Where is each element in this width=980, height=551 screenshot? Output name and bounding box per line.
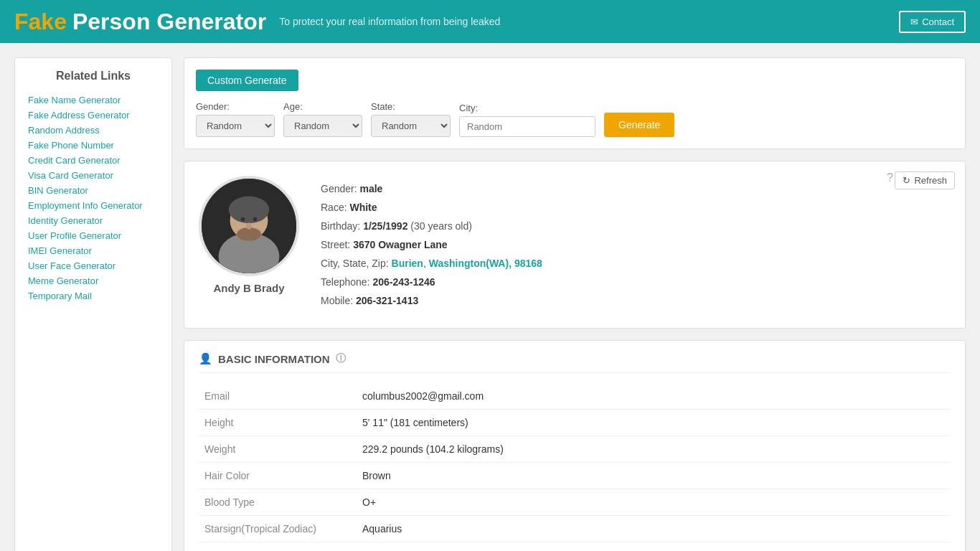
main-layout: Related Links Fake Name GeneratorFake Ad… (0, 43, 980, 551)
svg-point-4 (237, 227, 261, 241)
race-row-value: White (349, 202, 377, 213)
svg-point-3 (229, 197, 270, 224)
sidebar-links: Fake Name GeneratorFake Address Generato… (22, 93, 164, 303)
table-row: Starsign(Tropical Zodiac) Aquarius (199, 516, 951, 542)
sidebar-link[interactable]: Identity Generator (22, 213, 164, 228)
custom-generate-toggle-btn[interactable]: Custom Generate (196, 70, 298, 91)
mobile-row-label: Mobile: (321, 295, 353, 306)
info-label: Weight (199, 436, 357, 463)
custom-generate-panel: Custom Generate Gender: Random Male Fema… (184, 57, 966, 149)
table-row: Height 5' 11" (181 centimeters) (199, 410, 951, 436)
header: Fake Person Generator To protect your re… (0, 0, 980, 43)
profile-body: Andy B Brady Gender: male Race: White Bi… (199, 176, 951, 314)
sidebar-link[interactable]: Visa Card Generator (22, 168, 164, 183)
sidebar-link[interactable]: IMEI Generator (22, 243, 164, 258)
table-row: Weight 229.2 pounds (104.2 kilograms) (199, 436, 951, 463)
street-row-label: Street: (321, 239, 350, 250)
birthday-age: (30 years old) (410, 220, 472, 232)
info-label: Hair Color (199, 463, 357, 489)
info-value: O+ (357, 489, 951, 516)
generate-action-btn[interactable]: Generate (604, 113, 674, 137)
content: Custom Generate Gender: Random Male Fema… (184, 57, 966, 551)
telephone-row: Telephone: 206-243-1246 (321, 276, 951, 288)
csz-zip[interactable]: 98168 (514, 258, 542, 269)
info-label: Email (199, 383, 357, 410)
table-row: Mother's Maiden Name McCollum (199, 542, 951, 552)
gender-group: Gender: Random Male Female (196, 101, 275, 137)
info-table-body: Email columbus2002@gmail.com Height 5' 1… (199, 383, 951, 551)
fake-word: Fake (14, 9, 67, 35)
sidebar-link[interactable]: Credit Card Generator (22, 153, 164, 168)
refresh-icon: ↻ (903, 175, 910, 186)
street-row-value: 3670 Owagner Lane (353, 239, 448, 250)
svg-point-6 (253, 217, 258, 222)
age-select[interactable]: Random 18-25 26-35 36-45 46-60 60+ (283, 115, 362, 137)
info-value: McCollum (357, 542, 951, 552)
birthday-row-label: Birthday: (321, 220, 360, 232)
info-value: columbus2002@gmail.com (357, 383, 951, 410)
state-select[interactable]: Random Alabama Alaska Arizona California… (371, 115, 451, 137)
sidebar: Related Links Fake Name GeneratorFake Ad… (14, 57, 172, 551)
sidebar-link[interactable]: Fake Phone Number (22, 138, 164, 153)
city-group: City: (459, 103, 595, 137)
telephone-row-label: Telephone: (321, 276, 370, 288)
info-value: Aquarius (357, 516, 951, 542)
sidebar-link[interactable]: Fake Address Generator (22, 108, 164, 123)
refresh-button[interactable]: ↻ Refresh (895, 171, 955, 189)
mail-icon: ✉ (910, 17, 918, 27)
svg-point-5 (241, 217, 245, 222)
sidebar-link[interactable]: User Face Generator (22, 258, 164, 273)
street-row: Street: 3670 Owagner Lane (321, 239, 951, 250)
sidebar-link[interactable]: User Profile Generator (22, 228, 164, 243)
help-icon[interactable]: ? (887, 171, 893, 184)
info-value: Brown (357, 463, 951, 489)
mobile-row: Mobile: 206-321-1413 (321, 295, 951, 306)
avatar-image (202, 176, 296, 276)
profile-details: Gender: male Race: White Birthday: 1/25/… (321, 176, 951, 314)
state-group: State: Random Alabama Alaska Arizona Cal… (371, 101, 451, 137)
info-table: Email columbus2002@gmail.com Height 5' 1… (199, 383, 951, 551)
sidebar-title: Related Links (22, 70, 164, 83)
info-label: Starsign(Tropical Zodiac) (199, 516, 357, 542)
svg-point-7 (246, 222, 252, 229)
info-value: 229.2 pounds (104.2 kilograms) (357, 436, 951, 463)
avatar (199, 176, 299, 276)
table-row: Email columbus2002@gmail.com (199, 383, 951, 410)
info-value: 5' 11" (181 centimeters) (357, 410, 951, 436)
gender-row: Gender: male (321, 183, 951, 194)
sidebar-link[interactable]: Random Address (22, 123, 164, 138)
csz-row: City, State, Zip: Burien, Washington(WA)… (321, 258, 951, 269)
gender-row-label: Gender: (321, 183, 357, 194)
contact-label: Contact (922, 17, 954, 27)
table-row: Blood Type O+ (199, 489, 951, 516)
table-row: Hair Color Brown (199, 463, 951, 489)
person-section-icon: 👤 (199, 352, 212, 365)
contact-button[interactable]: ✉ Contact (899, 11, 966, 33)
race-row-label: Race: (321, 202, 347, 213)
sidebar-link[interactable]: Meme Generator (22, 273, 164, 288)
sidebar-link[interactable]: BIN Generator (22, 183, 164, 198)
info-section-help-icon[interactable]: ⓘ (336, 352, 346, 365)
sidebar-link[interactable]: Temporary Mail (22, 288, 164, 303)
birthday-row: Birthday: 1/25/1992 (30 years old) (321, 220, 951, 232)
sidebar-link[interactable]: Employment Info Generator (22, 198, 164, 213)
csz-city[interactable]: Burien (392, 258, 423, 269)
header-title: Fake Person Generator To protect your re… (14, 9, 500, 35)
birthday-row-value: 1/25/1992 (363, 220, 407, 232)
sidebar-link[interactable]: Fake Name Generator (22, 93, 164, 108)
generate-form: Gender: Random Male Female Age: Random 1… (196, 101, 953, 137)
refresh-label: Refresh (914, 175, 947, 186)
info-label: Blood Type (199, 489, 357, 516)
telephone-row-value: 206-243-1246 (372, 276, 435, 288)
city-input[interactable] (459, 116, 595, 137)
info-section: 👤 BASIC INFORMATION ⓘ Email columbus2002… (184, 340, 966, 551)
age-label: Age: (283, 101, 362, 112)
csz-state: Washington(WA), (429, 258, 512, 269)
gender-row-value: male (359, 183, 382, 194)
csz-row-label: City, State, Zip: (321, 258, 389, 269)
person-name: Andy B Brady (213, 282, 284, 294)
info-section-header: 👤 BASIC INFORMATION ⓘ (199, 352, 951, 373)
gender-label: Gender: (196, 101, 275, 112)
gender-select[interactable]: Random Male Female (196, 115, 275, 137)
info-label: Height (199, 410, 357, 436)
